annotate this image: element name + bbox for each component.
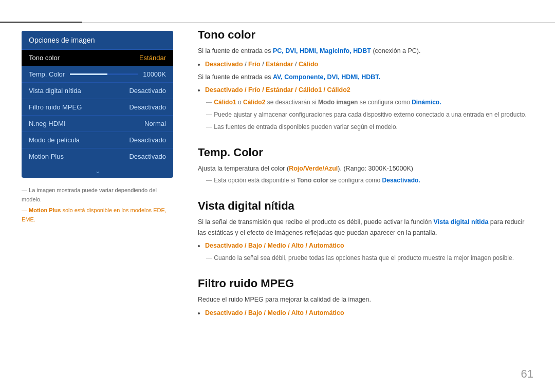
menu-label-motion-plus: Motion Plus	[29, 153, 64, 160]
temp-color-fill	[70, 73, 107, 75]
tono-color-bullet-1: Desactivado / Frío / Estándar / Cálido	[205, 59, 533, 69]
menu-value-nneg-hdmi: Normal	[144, 120, 166, 127]
section-temp-color: Temp. Color Ajusta la temperatura del co…	[198, 146, 533, 186]
section-title-tono-color: Tono color	[198, 28, 533, 42]
tono-color-bullet-2: Desactivado / Frío / Estándar / Cálido1 …	[205, 85, 533, 95]
temp-color-rgb: Rojo/Verde/Azul	[289, 165, 338, 172]
footnotes: ― La imagen mostrada puede variar depend…	[22, 186, 176, 224]
section-tono-color: Tono color Si la fuente de entrada es PC…	[198, 28, 533, 133]
section-title-vista-digital: Vista digital nítida	[198, 199, 533, 213]
menu-value-vista-digital: Desactivado	[129, 87, 166, 95]
tono-color-bullets-av: Desactivado / Frío / Estándar / Cálido1 …	[205, 85, 533, 95]
menu-item-modo-pelicula[interactable]: Modo de película Desactivado	[22, 132, 173, 148]
menu-label-modo-pelicula: Modo de película	[29, 136, 80, 144]
vista-digital-para1: Si la señal de transmisión que recibe el…	[198, 217, 533, 238]
tono-color-para2: Si la fuente de entrada es AV, Component…	[198, 72, 533, 83]
filtro-ruido-bullets: Desactivado / Bajo / Medio / Alto / Auto…	[205, 308, 533, 318]
menu-item-nneg-hdmi[interactable]: N.neg HDMI Normal	[22, 115, 173, 132]
menu-item-motion-plus[interactable]: Motion Plus Desactivado	[22, 148, 173, 164]
tono-color-para1: Si la fuente de entrada es PC, DVI, HDMI…	[198, 46, 533, 57]
menu-value-modo-pelicula: Desactivado	[129, 136, 166, 144]
menu-item-vista-digital[interactable]: Vista digital nítida Desactivado	[22, 82, 173, 99]
menu-label-filtro-ruido: Filtro ruido MPEG	[29, 103, 82, 111]
menu-title: Opciones de imagen	[22, 31, 173, 49]
vista-digital-note1: Cuando la señal sea débil, pruebe todas …	[198, 253, 533, 264]
menu-label-vista-digital: Vista digital nítida	[29, 87, 81, 95]
menu-label-nneg-hdmi: N.neg HDMI	[29, 120, 66, 127]
vista-digital-bullet-1: Desactivado / Bajo / Medio / Alto / Auto…	[205, 240, 533, 251]
scroll-down-indicator: ⌄	[22, 164, 173, 178]
tono-frio: Frío	[248, 61, 261, 68]
menu-label-tono-color: Tono color	[29, 54, 60, 62]
temp-color-note1: Esta opción está disponible si Tono colo…	[198, 176, 533, 186]
top-decorative-lines	[0, 22, 555, 23]
vista-opts: Desactivado / Bajo / Medio / Alto / Auto…	[205, 242, 344, 249]
footnote-1: ― La imagen mostrada puede variar depend…	[22, 186, 176, 204]
temp-color-value: 10000K	[143, 70, 166, 78]
section-vista-digital: Vista digital nítida Si la señal de tran…	[198, 199, 533, 264]
temp-color-bar	[70, 73, 138, 75]
section-body-temp-color: Ajusta la temperatura del color (Rojo/Ve…	[198, 163, 533, 186]
filtro-ruido-bullet-1: Desactivado / Bajo / Medio / Alto / Auto…	[205, 308, 533, 318]
tono-desactivado: Desactivado	[205, 61, 243, 68]
section-body-vista-digital: Si la señal de transmisión que recibe el…	[198, 217, 533, 264]
desactivado-ref: Desactivado.	[382, 177, 420, 184]
menu-box: Opciones de imagen Tono color Estándar T…	[22, 31, 173, 178]
menu-item-tono-color[interactable]: Tono color Estándar	[22, 49, 173, 66]
dinamico-ref: Dinámico.	[412, 99, 441, 106]
section-body-tono-color: Si la fuente de entrada es PC, DVI, HDMI…	[198, 46, 533, 133]
section-title-filtro-ruido: Filtro ruido MPEG	[198, 277, 533, 290]
tono-estandar: Estándar	[266, 61, 293, 68]
section-title-temp-color: Temp. Color	[198, 146, 533, 159]
modo-imagen-ref: Modo imagen	[318, 99, 358, 106]
section-filtro-ruido: Filtro ruido MPEG Reduce el ruido MPEG p…	[198, 277, 533, 318]
vista-digital-link: Vista digital nítida	[434, 218, 489, 226]
filtro-ruido-para1: Reduce el ruido MPEG para mejorar la cal…	[198, 294, 533, 305]
temp-color-label: Temp. Color	[29, 70, 65, 78]
temp-color-para1: Ajusta la temperatura del color (Rojo/Ve…	[198, 163, 533, 174]
line-dark	[0, 22, 82, 23]
menu-value-filtro-ruido: Desactivado	[129, 103, 166, 111]
menu-value-tono-color: Estándar	[139, 54, 166, 62]
tono-opts-av: Desactivado / Frío / Estándar / Cálido1 …	[205, 86, 350, 94]
tono-calido: Cálido	[299, 61, 318, 68]
menu-item-filtro-ruido[interactable]: Filtro ruido MPEG Desactivado	[22, 99, 173, 115]
line-light	[82, 22, 555, 23]
tono-color-sources-av: AV, Componente, DVI, HDMI, HDBT.	[273, 73, 380, 81]
menu-item-temp-color[interactable]: Temp. Color 10000K	[22, 66, 173, 82]
calido1-ref: Cálido1	[214, 99, 236, 106]
tono-color-note3: Las fuentes de entrada disponibles puede…	[198, 122, 533, 133]
page-number: 61	[521, 367, 533, 381]
section-body-filtro-ruido: Reduce el ruido MPEG para mejorar la cal…	[198, 294, 533, 318]
filtro-opts: Desactivado / Bajo / Medio / Alto / Auto…	[205, 309, 344, 316]
vista-digital-bullets: Desactivado / Bajo / Medio / Alto / Auto…	[205, 240, 533, 251]
calido2-ref: Cálido2	[243, 99, 265, 106]
tono-color-bullets-pc: Desactivado / Frío / Estándar / Cálido	[205, 59, 533, 69]
menu-value-motion-plus: Desactivado	[129, 153, 166, 160]
left-panel: Opciones de imagen Tono color Estándar T…	[22, 31, 176, 226]
tono-color-note2: Puede ajustar y almacenar configuracione…	[198, 110, 533, 120]
footnote-2: ― Motion Plus solo está disponible en lo…	[22, 206, 176, 224]
tono-color-ref: Tono color	[297, 177, 328, 184]
tono-color-sources-pc: PC, DVI, HDMI, MagicInfo, HDBT	[273, 47, 371, 54]
right-content: Tono color Si la fuente de entrada es PC…	[198, 28, 533, 331]
tono-color-note1: Cálido1 o Cálido2 se desactivarán si Mod…	[198, 98, 533, 108]
